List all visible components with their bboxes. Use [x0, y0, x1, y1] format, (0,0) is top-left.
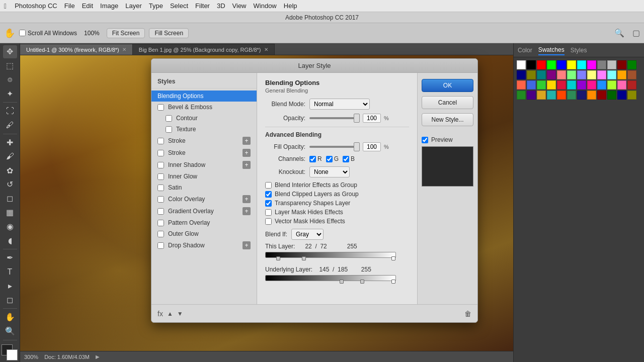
blend-mode-select[interactable]: Normal Dissolve Multiply Screen Overlay — [309, 99, 370, 110]
tab-bigben[interactable]: Big Ben 1.jpg @ 25% (Background copy, RG… — [133, 44, 275, 55]
fill-screen-button[interactable]: Fill Screen — [149, 28, 189, 38]
menu-layer[interactable]: Layer — [125, 2, 142, 10]
style-item-color-overlay-plus[interactable]: + — [243, 195, 251, 203]
swatch-#ffff00[interactable] — [567, 60, 576, 69]
cancel-button[interactable]: Cancel — [422, 96, 473, 109]
menu-select[interactable]: Select — [170, 2, 188, 10]
swatch-#ff6347[interactable] — [517, 80, 526, 89]
style-item-stroke-plus[interactable]: + — [243, 137, 251, 145]
tab-bigben-close[interactable]: ✕ — [264, 47, 268, 52]
swatch-#808000[interactable] — [527, 70, 536, 79]
screen-mode-icon[interactable]: ▢ — [632, 28, 640, 38]
swatch-#b22222[interactable] — [627, 80, 636, 89]
swatch-#008000[interactable] — [627, 60, 636, 69]
swatch-#8b0000[interactable] — [597, 90, 606, 100]
swatch-#ff69b4[interactable] — [617, 80, 626, 89]
swatch-#ff1493[interactable] — [587, 80, 596, 89]
swatch-#dc143c[interactable] — [557, 80, 566, 89]
tab-color[interactable]: Color — [518, 46, 532, 55]
style-item-outer-glow-check[interactable] — [157, 231, 164, 237]
style-item-gradient-overlay-plus[interactable]: + — [243, 207, 251, 215]
style-item-gradient-overlay-check[interactable] — [157, 208, 164, 215]
move-tool[interactable]: ✥ — [3, 45, 17, 58]
channel-b-check[interactable] — [343, 156, 349, 162]
menu-view[interactable]: View — [232, 2, 247, 10]
tab-swatches[interactable]: Swatches — [538, 45, 565, 55]
style-item-color-overlay[interactable]: Color Overlay + — [151, 193, 257, 205]
channel-b[interactable]: B — [343, 155, 355, 162]
swatch-#000080[interactable] — [517, 70, 526, 79]
style-item-inner-shadow[interactable]: Inner Shadow + — [151, 159, 257, 171]
new-style-button[interactable]: New Style... — [422, 113, 473, 126]
preview-checkbox[interactable] — [422, 137, 428, 143]
lasso-tool[interactable]: ⌾ — [3, 73, 17, 86]
marquee-tool[interactable]: ⬚ — [3, 59, 17, 72]
swatch-#006400[interactable] — [607, 90, 616, 100]
hand-tool-icon[interactable]: ✋ — [4, 28, 15, 39]
style-item-texture-check[interactable] — [166, 126, 172, 133]
menu-type[interactable]: Type — [149, 2, 163, 10]
dodge-tool[interactable]: ◖ — [3, 234, 17, 247]
swatch-#4169e1[interactable] — [527, 80, 536, 89]
gradient-tool[interactable]: ▦ — [3, 206, 17, 219]
swatch-#c0c0c0[interactable] — [607, 60, 616, 69]
style-item-contour[interactable]: Contour — [151, 113, 257, 124]
dialog-titlebar[interactable]: Layer Style — [151, 59, 477, 73]
channel-r[interactable]: R — [309, 155, 322, 162]
delete-icon[interactable]: 🗑 — [464, 310, 471, 318]
swatch-#008080[interactable] — [537, 70, 546, 79]
swatch-#ff00ff[interactable] — [587, 60, 596, 69]
swatch-#20b2aa[interactable] — [547, 90, 556, 100]
background-color[interactable] — [7, 349, 18, 360]
swatch-#ffd700[interactable] — [547, 80, 556, 89]
knockout-select[interactable]: None Shallow Deep — [309, 166, 350, 177]
swatch-#808080[interactable] — [597, 60, 606, 69]
menu-3d[interactable]: 3D — [217, 2, 225, 10]
menu-photoshop[interactable]: Photoshop CC — [15, 2, 57, 10]
swatch-#adff2f[interactable] — [607, 80, 616, 89]
blend-if-select[interactable]: Gray Red Green Blue — [291, 229, 324, 240]
blur-tool[interactable]: ◉ — [3, 220, 17, 233]
style-item-inner-shadow-plus[interactable]: + — [243, 161, 251, 169]
tab-untitled-close[interactable]: ✕ — [122, 47, 126, 52]
style-item-bevel[interactable]: Bevel & Emboss — [151, 102, 257, 113]
path-select-tool[interactable]: ▸ — [3, 280, 17, 293]
this-layer-thumb-right[interactable] — [391, 256, 395, 260]
swatch-#1e90ff[interactable] — [597, 80, 606, 89]
swatch-#32cd32[interactable] — [537, 80, 546, 89]
magic-wand-tool[interactable]: ✦ — [3, 87, 17, 100]
swatch-#daa520[interactable] — [537, 90, 546, 100]
menu-file[interactable]: File — [64, 2, 75, 10]
style-item-pattern-overlay-check[interactable] — [157, 220, 164, 226]
swatch-#0000ff[interactable] — [557, 60, 566, 69]
zoom-tool[interactable]: 🔍 — [3, 325, 17, 338]
style-item-inner-glow-check[interactable] — [157, 173, 164, 180]
menu-window[interactable]: Window — [254, 2, 277, 10]
scroll-windows-checkbox[interactable] — [19, 30, 26, 36]
style-item-stroke-check[interactable] — [157, 138, 164, 144]
footer-arrow-down[interactable]: ▼ — [177, 310, 183, 317]
crop-tool[interactable]: ⛶ — [3, 105, 17, 118]
ok-button[interactable]: OK — [422, 79, 473, 92]
eyedropper-tool[interactable]: 🖋 — [3, 119, 17, 132]
menu-image[interactable]: Image — [100, 2, 118, 10]
this-layer-thumb-left-2[interactable] — [302, 256, 306, 260]
swatch-#2e8b57[interactable] — [567, 90, 576, 100]
swatch-#ffff80[interactable] — [587, 70, 596, 79]
style-item-satin[interactable]: Satin — [151, 182, 257, 193]
menu-edit[interactable]: Edit — [82, 2, 93, 10]
shape-tool[interactable]: ◻ — [3, 293, 17, 306]
style-item-satin-check[interactable] — [157, 185, 164, 191]
swatch-#ff4500[interactable] — [557, 90, 566, 100]
spot-heal-tool[interactable]: ✚ — [3, 136, 17, 149]
swatch-#ffa500[interactable] — [617, 70, 626, 79]
swatch-#800080[interactable] — [547, 70, 556, 79]
style-item-bevel-check[interactable] — [157, 104, 164, 111]
swatch-#9400d3[interactable] — [577, 80, 586, 89]
swatch-#00008b[interactable] — [617, 90, 626, 100]
style-item-blending-options[interactable]: Blending Options — [151, 90, 257, 102]
check-layer-mask-input[interactable] — [265, 209, 272, 216]
eraser-tool[interactable]: ◻ — [3, 192, 17, 205]
swatch-#ff8c00[interactable] — [587, 90, 596, 100]
swatch-#ff80ff[interactable] — [597, 70, 606, 79]
